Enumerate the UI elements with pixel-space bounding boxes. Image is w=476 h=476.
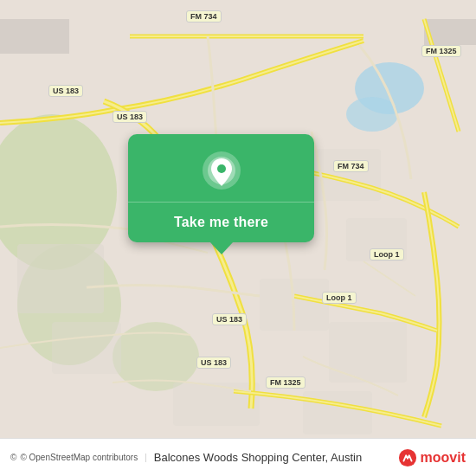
road-label-loop1-mid: Loop 1 xyxy=(322,292,357,304)
popup-icon-area xyxy=(128,134,314,202)
separator: | xyxy=(145,453,147,462)
road-label-us183-mid: US 183 xyxy=(113,111,147,123)
map-container: FM 734 FM 734 US 183 US 183 US 183 US 18… xyxy=(0,0,476,476)
bottom-bar: © © OpenStreetMap contributors | Balcone… xyxy=(0,438,476,476)
take-me-there-button[interactable]: Take me there xyxy=(128,203,314,242)
road-label-us183-left: US 183 xyxy=(48,85,83,97)
road-label-fm1325-bottom: FM 1325 xyxy=(266,376,306,389)
road-label-fm1325-top-right: FM 1325 xyxy=(421,45,461,57)
attribution-text: © OpenStreetMap contributors xyxy=(20,453,138,462)
road-label-loop1-right: Loop 1 xyxy=(370,248,404,261)
road-label-us183-lower1: US 183 xyxy=(212,313,247,325)
road-label-us183-lower2: US 183 xyxy=(196,357,231,369)
road-label-fm734-mid: FM 734 xyxy=(333,160,369,172)
svg-rect-14 xyxy=(173,383,260,426)
location-pin-icon xyxy=(201,150,242,191)
svg-rect-13 xyxy=(329,322,407,383)
svg-point-5 xyxy=(346,97,398,132)
moovit-logo: moovit xyxy=(398,448,466,467)
svg-rect-6 xyxy=(0,19,69,54)
moovit-brand-text: moovit xyxy=(421,450,466,466)
moovit-icon xyxy=(398,448,417,467)
copyright-icon: © xyxy=(10,453,16,462)
svg-rect-9 xyxy=(52,322,121,374)
svg-rect-15 xyxy=(303,391,372,434)
svg-rect-8 xyxy=(17,244,104,313)
location-text: Balcones Woods Shopping Center, Austin xyxy=(154,451,362,464)
bottom-left: © © OpenStreetMap contributors | Balcone… xyxy=(10,451,362,464)
svg-point-22 xyxy=(217,164,226,173)
road-label-fm734-top: FM 734 xyxy=(186,10,222,23)
popup-card: Take me there xyxy=(128,134,314,242)
